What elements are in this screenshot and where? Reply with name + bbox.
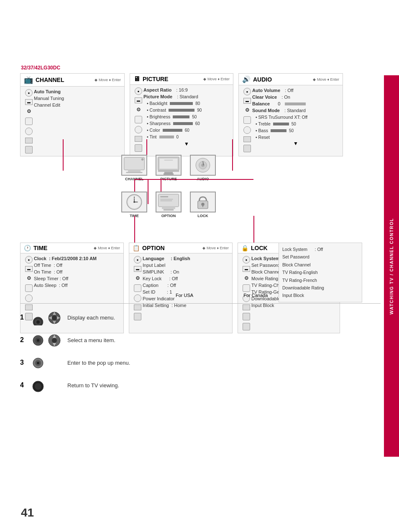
channel-icon-4 bbox=[25, 118, 33, 125]
lock-icon-1: ● bbox=[243, 256, 250, 263]
time-icon-5 bbox=[25, 294, 33, 302]
connector-time-down bbox=[134, 216, 135, 243]
audio-content: Auto Volume : Off Clear Voice : On Balan… bbox=[252, 87, 339, 152]
nav-option-img bbox=[156, 192, 182, 212]
time-on-time: On Time : Off bbox=[34, 269, 120, 275]
picture-icon-4 bbox=[135, 116, 142, 123]
channel-panel-title: 📺 CHANNEL bbox=[24, 75, 64, 84]
picture-panel-header: 🖥 PICTURE ◆ Move ♦ Enter bbox=[130, 74, 233, 85]
svg-rect-6 bbox=[164, 172, 173, 174]
connector-h-center bbox=[134, 179, 253, 180]
svg-point-32 bbox=[36, 320, 40, 324]
svg-point-19 bbox=[133, 201, 135, 203]
picture-icon-2: ▬ bbox=[135, 97, 142, 103]
picture-brightness: • Brightness 50 bbox=[143, 113, 230, 120]
audio-icon-5 bbox=[243, 126, 251, 134]
option-icon-4 bbox=[134, 284, 141, 292]
step-2-number: 2 bbox=[20, 336, 26, 344]
picture-icons: ● ▬ ⚙ bbox=[133, 87, 143, 152]
step-3-text: Enter to the pop up menu. bbox=[67, 360, 130, 366]
canada-tv-rating-english: TV Rating-English bbox=[282, 269, 358, 276]
step-4: 4 Return to TV viewing. bbox=[20, 377, 381, 393]
lock-canada-box: Lock System : Off Set Password Block Cha… bbox=[279, 243, 362, 302]
picture-content: Aspect Ratio : 16:9 Picture Mode : Stand… bbox=[143, 87, 230, 152]
channel-edit: Channel Edit bbox=[34, 102, 121, 108]
time-icon-1: ● bbox=[25, 256, 33, 263]
audio-panel-header: 🔊 AUDIO ◆ Move ♦ Enter bbox=[239, 74, 343, 85]
nav-channel-icon-box: CHANNEL bbox=[121, 155, 147, 181]
nav-lock-img bbox=[190, 192, 216, 212]
time-off-time: Off Time : Off bbox=[34, 262, 120, 269]
time-panel-header: 🕐 TIME ◆ Move ♦ Enter bbox=[20, 243, 123, 253]
svg-point-48 bbox=[37, 362, 39, 364]
step-1-dpad-icon bbox=[47, 309, 62, 325]
option-icon-3: ⚙ bbox=[134, 274, 141, 282]
nav-option-label: OPTION bbox=[161, 214, 176, 218]
svg-rect-23 bbox=[160, 196, 168, 197]
channel-manual-tuning: Manual Tuning bbox=[34, 95, 121, 102]
audio-clear-voice: Clear Voice : On bbox=[252, 94, 339, 100]
channel-icon-3: ⚙ bbox=[25, 107, 33, 115]
nav-audio-icon-box: AUDIO bbox=[190, 155, 216, 181]
nav-picture-img bbox=[156, 155, 182, 176]
svg-point-45 bbox=[52, 338, 57, 343]
step-4-button-icon bbox=[31, 377, 46, 393]
option-language: Language : English bbox=[143, 255, 229, 262]
channel-icon-2: ▬ bbox=[25, 99, 33, 105]
canada-downloadable-rating: Downloadable Rating bbox=[282, 284, 358, 292]
audio-icon-3: ⚙ bbox=[243, 106, 251, 114]
for-usa-label: For USA bbox=[176, 293, 193, 298]
picture-icon-5 bbox=[135, 126, 142, 133]
nav-row-1: CHANNEL PICTURE AUDIO bbox=[121, 155, 216, 181]
lock-panel-title: 🔒 LOCK bbox=[241, 245, 268, 251]
step-1: 1 Display each menu. bbox=[20, 309, 381, 325]
canada-tv-rating-french: TV Rating-French bbox=[282, 276, 358, 284]
picture-more-arrow: ▼ bbox=[143, 141, 230, 147]
time-sleep-timer: Sleep Timer : Off bbox=[34, 275, 120, 282]
step-3-button-icon bbox=[31, 355, 46, 371]
picture-panel: 🖥 PICTURE ◆ Move ♦ Enter ● ▬ ⚙ Aspect Ra… bbox=[130, 73, 233, 156]
picture-contrast: • Contrast 90 bbox=[143, 107, 230, 113]
side-tab: WATCHING TV / CHANNEL CONTROL bbox=[384, 75, 399, 457]
picture-icon-6 bbox=[135, 136, 142, 142]
time-panel-nav: ◆ Move ♦ Enter bbox=[94, 246, 120, 250]
nav-time-img bbox=[121, 192, 147, 212]
channel-panel: 📺 CHANNEL ◆ Move ♦ Enter ● ▬ ⚙ Auto Tuni… bbox=[20, 73, 125, 156]
picture-icon-1: ● bbox=[135, 87, 142, 95]
option-input-label: Input Label bbox=[143, 262, 229, 269]
step-3-icons bbox=[31, 355, 62, 371]
picture-panel-title: 🖥 PICTURE bbox=[133, 75, 168, 83]
picture-panel-nav: ◆ Move ♦ Enter bbox=[203, 77, 230, 81]
channel-content: Auto Tuning Manual Tuning Channel Edit bbox=[34, 88, 121, 153]
audio-icon-4 bbox=[243, 116, 251, 124]
svg-rect-2 bbox=[126, 172, 142, 173]
option-icon-1: ● bbox=[134, 256, 141, 263]
option-caption: Caption : Off bbox=[143, 282, 229, 289]
audio-panel: 🔊 AUDIO ◆ Move ♦ Enter ● ▬ ⚙ Auto Volume… bbox=[238, 73, 343, 156]
audio-more-arrow: ▼ bbox=[252, 141, 339, 146]
model-number: 32/37/42LG30DC bbox=[21, 65, 60, 71]
step-4-icons bbox=[31, 377, 62, 393]
step-1-remote-icon bbox=[31, 309, 46, 325]
option-panel-header: 📋 OPTION ◆ Move ♦ Enter bbox=[129, 243, 232, 253]
audio-reset: • Reset bbox=[252, 134, 339, 141]
step-2-button-icon bbox=[31, 332, 46, 348]
region-labels: For USA For Canada bbox=[176, 293, 268, 298]
svg-rect-20 bbox=[159, 194, 179, 207]
step-2-text: Select a menu item. bbox=[67, 337, 115, 343]
option-panel-nav: ◆ Move ♦ Enter bbox=[202, 246, 229, 250]
canada-lock-system: Lock System : Off bbox=[282, 246, 358, 253]
lock-icon-3: ⚙ bbox=[243, 274, 250, 282]
lock-icon-2: ▬ bbox=[243, 266, 250, 272]
audio-icons: ● ▬ ⚙ bbox=[242, 87, 252, 152]
nav-option-icon-box: OPTION bbox=[156, 192, 182, 218]
time-icon-4 bbox=[25, 284, 33, 292]
option-key-lock: Key Lock : Off bbox=[143, 275, 229, 282]
connector-channel-down bbox=[63, 139, 64, 171]
audio-icon-1: ● bbox=[243, 88, 251, 95]
svg-rect-1 bbox=[128, 170, 141, 172]
channel-icon-7 bbox=[25, 146, 33, 153]
time-icon-3: ⚙ bbox=[25, 274, 33, 282]
channel-auto-tuning: Auto Tuning bbox=[34, 88, 121, 95]
audio-panel-title: 🔊 AUDIO bbox=[242, 75, 272, 83]
